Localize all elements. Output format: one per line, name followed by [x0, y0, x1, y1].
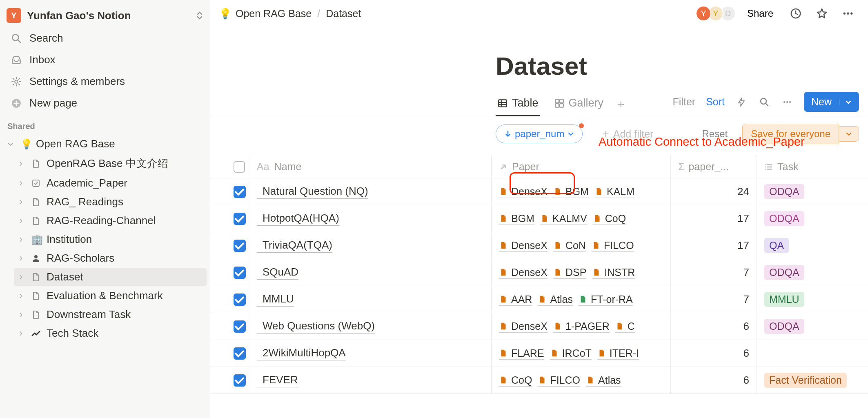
table-row[interactable]: 2WikiMultiHopQAFLAREIRCoTITER-I6 [210, 340, 868, 367]
row-task[interactable]: ODQA [757, 211, 868, 226]
sort-button[interactable]: Sort [706, 96, 725, 108]
relation-chip[interactable]: CoN [553, 240, 586, 252]
relation-chip[interactable]: DenseX [499, 320, 548, 333]
relation-chip[interactable]: FILCO [538, 374, 580, 387]
row-task[interactable]: MMLU [757, 292, 868, 307]
table-row[interactable]: FEVERCoQFILCOAtlas6Fact Verification [210, 367, 868, 394]
row-task[interactable]: ODQA [757, 184, 868, 199]
chevron-right-icon[interactable] [18, 256, 28, 261]
tree-root-openrag[interactable]: 💡 Open RAG Base [3, 135, 207, 153]
row-checkbox-cell[interactable] [210, 240, 251, 252]
tree-item[interactable]: RAG-Reading-Channel [14, 211, 207, 230]
tree-item[interactable]: 🏢Institution [14, 230, 207, 249]
relation-chip[interactable]: IRCoT [550, 347, 592, 360]
table-row[interactable]: SQuADDenseXDSPINSTR7ODQA [210, 259, 868, 286]
row-name[interactable]: TriviaQA(TQA) [257, 239, 332, 253]
checkbox-checked-icon[interactable] [234, 293, 246, 306]
row-checkbox-cell[interactable] [210, 186, 251, 198]
row-task[interactable]: Fact Verification [757, 373, 868, 388]
more-icon[interactable] [781, 96, 793, 108]
tree-item[interactable]: Dataset [14, 268, 207, 286]
row-papers[interactable]: CoQFILCOAtlas [492, 374, 670, 387]
new-button[interactable]: New [804, 92, 859, 112]
row-name[interactable]: FEVER [257, 374, 298, 387]
workspace-switcher[interactable]: Y Yunfan Gao's Notion [0, 4, 210, 27]
sidebar-settings[interactable]: Settings & members [3, 71, 207, 92]
table-row[interactable]: Web Questions (WebQ)DenseX1-PAGERC6ODQA [210, 313, 868, 340]
table-row[interactable]: Natural Question (NQ)DenseXBGMKALM24ODQA [210, 178, 868, 205]
table-row[interactable]: TriviaQA(TQA)DenseXCoNFILCO17QA [210, 232, 868, 259]
star-icon[interactable] [815, 7, 829, 20]
search-icon[interactable] [758, 96, 770, 108]
tag[interactable]: QA [764, 238, 789, 253]
column-header-paper[interactable]: Paper [492, 161, 670, 173]
checkbox-checked-icon[interactable] [234, 213, 246, 225]
row-papers[interactable]: BGMKALMVCoQ [492, 213, 670, 225]
tree-item[interactable]: Downstream Task [14, 305, 207, 324]
relation-chip[interactable]: CoQ [593, 213, 626, 225]
row-name[interactable]: Web Questions (WebQ) [257, 320, 375, 334]
checkbox-checked-icon[interactable] [234, 347, 246, 360]
column-header-papernum[interactable]: Σ paper_... [671, 161, 757, 173]
row-papers[interactable]: DenseX1-PAGERC [492, 320, 670, 333]
chevron-right-icon[interactable] [18, 293, 28, 299]
relation-chip[interactable]: BGM [499, 213, 534, 225]
sidebar-search[interactable]: Search [3, 28, 207, 49]
row-checkbox-cell[interactable] [210, 213, 251, 225]
chevron-right-icon[interactable] [18, 161, 28, 167]
page-title[interactable]: Dataset [210, 30, 868, 93]
relation-chip[interactable]: FT-or-RA [579, 293, 633, 306]
row-checkbox-cell[interactable] [210, 374, 251, 387]
chevron-right-icon[interactable] [18, 312, 28, 318]
view-tab-table[interactable]: Table [496, 93, 540, 116]
relation-chip[interactable]: AAR [499, 293, 532, 306]
checkbox-checked-icon[interactable] [234, 320, 246, 333]
row-name[interactable]: Natural Question (NQ) [257, 185, 368, 199]
tag[interactable]: ODQA [764, 319, 804, 334]
tree-item[interactable]: Evaluation & Benchmark [14, 287, 207, 305]
tag[interactable]: Fact Verification [764, 373, 847, 388]
checkbox-checked-icon[interactable] [234, 240, 246, 252]
chevron-right-icon[interactable] [18, 199, 28, 205]
bolt-icon[interactable] [735, 96, 748, 108]
view-tab-gallery[interactable]: Gallery [552, 93, 605, 116]
row-name[interactable]: HotpotQA(HQA) [257, 212, 339, 226]
chevron-right-icon[interactable] [18, 218, 28, 224]
sidebar-inbox[interactable]: Inbox [3, 49, 207, 70]
tree-item[interactable]: RAG-Scholars [14, 249, 207, 267]
column-header-task[interactable]: Task [757, 161, 868, 173]
column-header-name[interactable]: Aa Name [251, 161, 491, 173]
relation-chip[interactable]: DSP [553, 267, 586, 279]
relation-chip[interactable]: Atlas [586, 374, 621, 387]
sidebar-newpage[interactable]: New page [3, 93, 207, 113]
add-view-button[interactable]: + [617, 98, 625, 111]
row-name[interactable]: MMLU [257, 293, 294, 307]
share-button[interactable]: Share [747, 8, 773, 19]
relation-chip[interactable]: ITER-I [597, 347, 639, 360]
row-papers[interactable]: DenseXBGMKALM [492, 186, 670, 198]
relation-chip[interactable]: FILCO [592, 240, 634, 252]
tag[interactable]: ODQA [764, 265, 804, 280]
checkbox-icon[interactable] [234, 161, 245, 173]
header-checkbox-cell[interactable] [210, 161, 251, 173]
checkbox-checked-icon[interactable] [234, 267, 246, 279]
checkbox-checked-icon[interactable] [234, 374, 246, 387]
relation-chip[interactable]: C [615, 320, 635, 333]
relation-chip[interactable]: DenseX [499, 267, 548, 279]
relation-chip[interactable]: DenseX [499, 240, 548, 252]
tree-item[interactable]: OpenRAG Base 中文介绍 [14, 153, 207, 173]
chevron-right-icon[interactable] [18, 180, 28, 186]
tree-item[interactable]: RAG_ Readings [14, 193, 207, 211]
chevron-down-icon[interactable] [7, 141, 17, 147]
relation-chip[interactable]: KALM [594, 186, 634, 198]
row-task[interactable]: QA [757, 238, 868, 253]
row-papers[interactable]: DenseXDSPINSTR [492, 267, 670, 279]
relation-chip[interactable]: BGM [553, 186, 589, 198]
tree-item[interactable]: Tech Stack [14, 324, 207, 342]
relation-chip[interactable]: FLARE [499, 347, 544, 360]
presence-avatars[interactable]: Y Y D [699, 6, 736, 21]
row-papers[interactable]: FLAREIRCoTITER-I [492, 347, 670, 360]
table-row[interactable]: MMLUAARAtlasFT-or-RA7MMLU [210, 286, 868, 313]
row-task[interactable]: ODQA [757, 319, 868, 334]
row-checkbox-cell[interactable] [210, 320, 251, 333]
